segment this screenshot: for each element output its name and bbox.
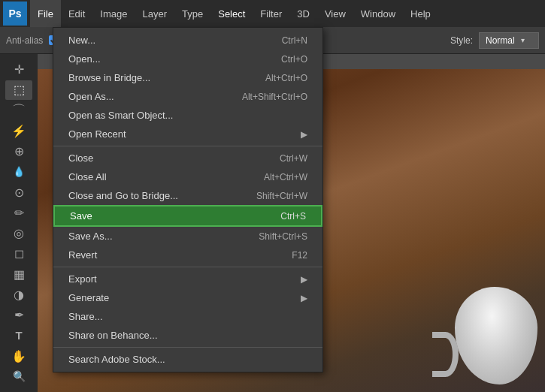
menu-save-as[interactable]: Save As... Shift+Ctrl+S — [53, 227, 322, 246]
eyedropper-tool[interactable]: 💧 — [5, 162, 32, 181]
move-tool[interactable]: ✛ — [5, 60, 32, 79]
crop-tool[interactable]: ⊕ — [5, 142, 32, 161]
menu-open-recent[interactable]: Open Recent ▶ — [53, 125, 322, 143]
menu-generate[interactable]: Generate ▶ — [53, 288, 322, 307]
anti-alias-label: Anti-alias — [6, 35, 43, 46]
heal-tool[interactable]: ⊙ — [5, 183, 32, 202]
style-value: Normal — [486, 35, 515, 46]
file-dropdown-menu: New... Ctrl+N Open... Ctrl+O Browse in B… — [53, 27, 323, 372]
menu-items: File Edit Image Layer Type Select Filter… — [30, 0, 438, 27]
menu-save[interactable]: Save Ctrl+S — [53, 205, 322, 227]
lasso-tool[interactable]: ⌒ — [5, 101, 32, 120]
clone-tool[interactable]: ◎ — [5, 224, 32, 243]
brush-tool[interactable]: ✏ — [5, 204, 32, 222]
menu-share-behance[interactable]: Share on Behance... — [53, 326, 322, 345]
menu-filter[interactable]: Filter — [253, 0, 289, 27]
menu-open-smart[interactable]: Open as Smart Object... — [53, 106, 322, 125]
menu-open[interactable]: Open... Ctrl+O — [53, 50, 322, 68]
text-tool[interactable]: T — [5, 326, 32, 345]
menu-image[interactable]: Image — [92, 0, 135, 27]
menu-select[interactable]: Select — [210, 0, 253, 27]
separator-1 — [53, 146, 322, 146]
menu-revert[interactable]: Revert F12 — [53, 246, 322, 264]
menu-3d[interactable]: 3D — [289, 0, 317, 27]
menu-help[interactable]: Help — [403, 0, 438, 27]
menu-layer[interactable]: Layer — [135, 0, 175, 27]
menu-bar: Ps File Edit Image Layer Type Select Fil… — [0, 0, 545, 27]
hand-tool[interactable]: ✋ — [5, 347, 32, 366]
eraser-tool[interactable]: ◻ — [5, 244, 32, 263]
menu-close[interactable]: Close Ctrl+W — [53, 149, 322, 167]
menu-close-bridge[interactable]: Close and Go to Bridge... Shift+Ctrl+W — [53, 186, 322, 205]
style-label: Style: — [450, 35, 473, 46]
menu-share[interactable]: Share... — [53, 307, 322, 326]
menu-view[interactable]: View — [317, 0, 353, 27]
tools-sidebar: ✛ ⬚ ⌒ ⚡ ⊕ 💧 ⊙ ✏ ◎ ◻ ▦ ◑ ✒ T ✋ 🔍 — [0, 54, 38, 392]
quick-select-tool[interactable]: ⚡ — [5, 122, 32, 140]
menu-close-all[interactable]: Close All Alt+Ctrl+W — [53, 167, 322, 186]
dodge-tool[interactable]: ◑ — [5, 285, 32, 304]
menu-window[interactable]: Window — [353, 0, 403, 27]
style-dropdown[interactable]: Normal ▾ — [479, 32, 539, 49]
marquee-tool[interactable]: ⬚ — [5, 80, 32, 99]
menu-file[interactable]: File — [30, 0, 61, 27]
separator-3 — [53, 347, 322, 348]
menu-type[interactable]: Type — [174, 0, 210, 27]
menu-edit[interactable]: Edit — [61, 0, 92, 27]
menu-new[interactable]: New... Ctrl+N — [53, 31, 322, 50]
pen-tool[interactable]: ✒ — [5, 306, 32, 324]
gradient-tool[interactable]: ▦ — [5, 265, 32, 284]
separator-2 — [53, 267, 322, 267]
zoom-tool[interactable]: 🔍 — [5, 367, 32, 386]
menu-open-as[interactable]: Open As... Alt+Shift+Ctrl+O — [53, 87, 322, 106]
style-dropdown-arrow: ▾ — [521, 36, 525, 44]
menu-browse-bridge[interactable]: Browse in Bridge... Alt+Ctrl+O — [53, 68, 322, 87]
app-logo: Ps — [3, 2, 27, 26]
menu-search-stock[interactable]: Search Adobe Stock... — [53, 350, 322, 369]
menu-export[interactable]: Export ▶ — [53, 270, 322, 288]
